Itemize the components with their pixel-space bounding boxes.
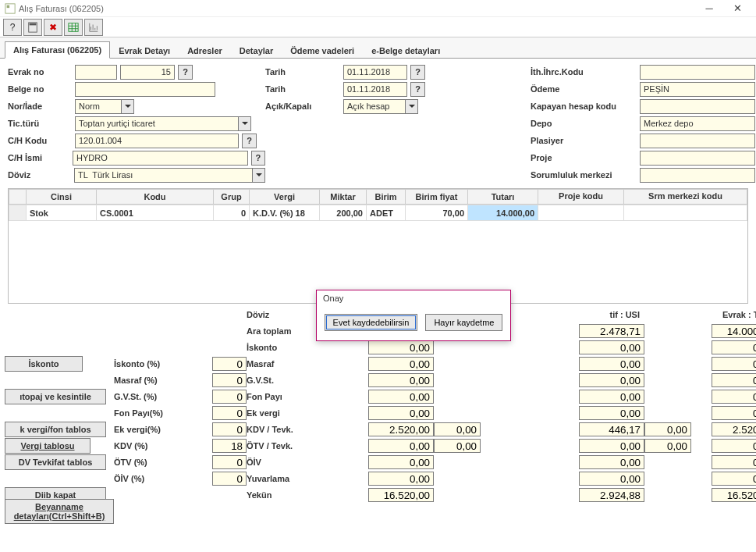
confirm-no-button[interactable]: Hayır kaydetme: [425, 314, 502, 331]
dv-tevkifat-button[interactable]: DV Tevkifat tablos: [5, 454, 106, 470]
cell-tutari[interactable]: 14.000,00: [468, 205, 538, 221]
masraf-a[interactable]: [368, 357, 434, 371]
cell-proje[interactable]: [538, 205, 624, 221]
otv-tevk-a[interactable]: [434, 439, 481, 453]
kdv-tevk-a[interactable]: [434, 422, 481, 436]
evrak-no-lookup[interactable]: ?: [178, 65, 193, 80]
ekvergi-a[interactable]: [368, 406, 434, 420]
oiv-a[interactable]: [368, 455, 434, 469]
col-vergi[interactable]: Vergi: [250, 190, 320, 205]
cell-birim-fiyat[interactable]: 70,00: [406, 205, 468, 221]
tarih2-lookup[interactable]: ?: [410, 82, 425, 97]
cell-grup[interactable]: 0: [214, 205, 250, 221]
belge-no-input[interactable]: [75, 82, 215, 97]
cell-vergi[interactable]: K.D.V. (%) 18: [250, 205, 320, 221]
plasiyer-input[interactable]: [640, 134, 755, 148]
yuvarlama-b[interactable]: [579, 472, 644, 486]
gvst-c[interactable]: [712, 373, 756, 387]
evrak-no-input[interactable]: [120, 65, 175, 80]
nor-iade-select[interactable]: [75, 99, 122, 114]
ch-kodu-input[interactable]: [75, 134, 239, 148]
tab-alis-faturasi[interactable]: Alış Faturası (062205): [5, 41, 110, 59]
yekun-c[interactable]: [712, 488, 756, 502]
tarih1-input[interactable]: [343, 65, 407, 80]
cell-birim[interactable]: ADET: [367, 205, 406, 221]
cell-miktar[interactable]: 200,00: [320, 205, 367, 221]
cell-cinsi[interactable]: Stok: [27, 205, 97, 221]
iskonto-pct-input[interactable]: [212, 357, 247, 371]
kdv-c[interactable]: [712, 422, 756, 436]
masraf-c[interactable]: [712, 357, 756, 371]
chart-icon[interactable]: [84, 19, 103, 36]
doviz-dropdown-icon[interactable]: [253, 168, 265, 183]
tab-ebelge-detaylari[interactable]: e-Belge detayları: [363, 42, 449, 59]
iskonto-button[interactable]: İskonto: [5, 356, 83, 372]
evrak-no-prefix[interactable]: [75, 65, 117, 80]
col-kodu[interactable]: Kodu: [97, 190, 214, 205]
cell-srm[interactable]: [624, 205, 747, 221]
gvst-pct-input[interactable]: [212, 390, 247, 404]
tab-detaylar[interactable]: Detaylar: [231, 42, 282, 59]
oiv-b[interactable]: [579, 455, 644, 469]
kdv-pct-input[interactable]: [212, 439, 247, 453]
fonpayi-b[interactable]: [579, 390, 644, 404]
proje-input[interactable]: [640, 151, 755, 166]
tab-evrak-detayi[interactable]: Evrak Detayı: [110, 42, 179, 59]
otv-c[interactable]: [712, 439, 756, 453]
acik-kapali-dropdown-icon[interactable]: [406, 99, 418, 114]
confirm-yes-button[interactable]: Evet kaydedebilirsin: [325, 314, 418, 331]
depo-input[interactable]: [640, 116, 755, 131]
col-tutari[interactable]: Tutarı: [468, 190, 538, 205]
col-srm-kodu[interactable]: Srm merkezi kodu: [624, 190, 747, 205]
ekvergi-b[interactable]: [579, 406, 644, 420]
row-handle[interactable]: [9, 205, 27, 221]
close-icon[interactable]: ✕: [723, 2, 751, 14]
col-birim[interactable]: Birim: [367, 190, 406, 205]
beyanname-button[interactable]: Beyanname detayları(Ctrl+Shift+B): [5, 499, 114, 524]
ith-ihrc-input[interactable]: [640, 65, 755, 80]
fonpayi-a[interactable]: [368, 390, 434, 404]
stopaj-button[interactable]: ıtopaj ve kesintile: [5, 389, 106, 404]
tarih2-input[interactable]: [343, 82, 407, 97]
ch-ismi-input[interactable]: [73, 151, 247, 166]
ara-toplam-c[interactable]: [712, 324, 756, 338]
kapayan-input[interactable]: [640, 99, 755, 114]
odeme-input[interactable]: [640, 82, 755, 97]
tic-turu-dropdown-icon[interactable]: [239, 116, 251, 131]
calculator-icon[interactable]: [23, 19, 42, 36]
fonpayi-pct-input[interactable]: [212, 406, 247, 420]
ekvergi-pct-input[interactable]: [212, 422, 247, 436]
yuvarlama-a[interactable]: [368, 472, 434, 486]
minimize-icon[interactable]: ─: [695, 2, 723, 14]
tic-turu-select[interactable]: [75, 116, 239, 131]
col-miktar[interactable]: Miktar: [320, 190, 367, 205]
iskonto-b[interactable]: [579, 340, 644, 354]
ch-ismi-lookup[interactable]: ?: [251, 151, 265, 166]
tab-adresler[interactable]: Adresler: [179, 42, 231, 59]
tab-odeme-vadeleri[interactable]: Ödeme vadeleri: [282, 42, 363, 59]
acik-kapali-select[interactable]: [343, 99, 406, 114]
oiv-c[interactable]: [712, 455, 756, 469]
masraf-b[interactable]: [579, 357, 644, 371]
iskonto-c[interactable]: [712, 340, 756, 354]
kdv-tevk-b[interactable]: [644, 422, 691, 436]
yekun-a[interactable]: [368, 488, 434, 502]
doviz-select[interactable]: [74, 168, 253, 183]
nor-iade-dropdown-icon[interactable]: [122, 99, 134, 114]
close-x-icon[interactable]: ✖: [44, 19, 62, 36]
yuvarlama-c[interactable]: [712, 472, 756, 486]
tarih1-lookup[interactable]: ?: [410, 65, 425, 80]
ek-vergi-fon-button[interactable]: k vergi/fon tablos: [5, 422, 106, 437]
sorumluluk-input[interactable]: [640, 168, 755, 183]
fonpayi-c[interactable]: [712, 390, 756, 404]
col-proje-kodu[interactable]: Proje kodu: [538, 190, 624, 205]
gvst-a[interactable]: [368, 373, 434, 387]
kdv-b[interactable]: [579, 422, 644, 436]
help-icon[interactable]: ?: [3, 19, 22, 36]
col-birim-fiyat[interactable]: Birim fiyat: [406, 190, 468, 205]
iskonto-a[interactable]: [368, 340, 434, 354]
spreadsheet-icon[interactable]: [64, 19, 83, 36]
otv-b[interactable]: [579, 439, 644, 453]
cell-kodu[interactable]: CS.0001: [97, 205, 214, 221]
oiv-pct-input[interactable]: [212, 472, 247, 486]
